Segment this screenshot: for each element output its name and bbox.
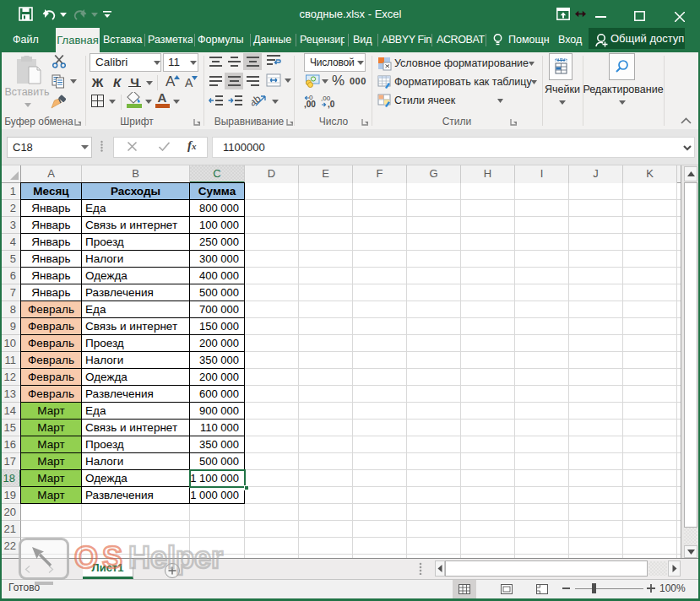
svg-text:,0: ,0 [328, 100, 335, 109]
svg-text:0: 0 [309, 94, 313, 101]
